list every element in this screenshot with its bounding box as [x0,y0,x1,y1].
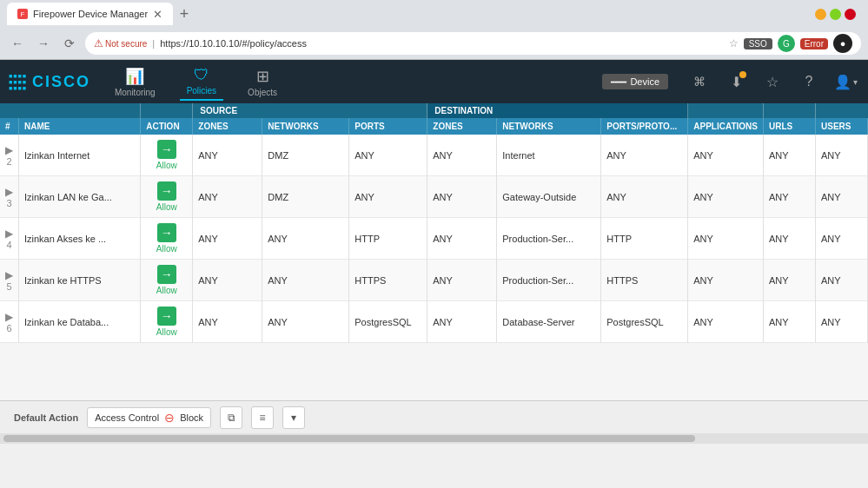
row-name: Izinkan Akses ke ... [19,218,141,260]
src-networks: DMZ [262,135,349,176]
src-zones: ANY [193,260,262,301]
row-action[interactable]: → Allow [141,301,193,343]
default-action-label: Default Action [14,412,78,423]
user-menu-button[interactable]: 👤 ▾ [832,68,859,96]
bookmark-button[interactable]: ☆ [729,37,739,49]
expand-icon[interactable]: ▶ [5,228,13,240]
profile-button[interactable]: ● [833,34,852,53]
horizontal-scrollbar[interactable] [0,433,868,444]
tab-title: Firepower Device Manager [33,9,148,19]
applications: ANY [688,260,764,301]
table-row[interactable]: ▶ 4 Izinkan Akses ke ... → Allow ANY ANY… [0,218,868,260]
nav-right-icons: ⌘ ⬇ ☆ ? 👤 ▾ [686,68,859,96]
table-row[interactable]: ▶ 5 Izinkan ke HTTPS → Allow ANY ANY HTT… [0,260,868,301]
allow-icon: → [157,140,176,159]
new-tab-button[interactable]: + [173,3,195,25]
scrollbar-thumb[interactable] [3,435,695,442]
device-button[interactable]: ━━━ Device [602,74,668,89]
dst-zones: ANY [427,218,497,260]
row-action[interactable]: → Allow [141,176,193,218]
col-src-ports: PORTS [349,118,427,135]
table-row[interactable]: ▶ 2 Izinkan Internet → Allow ANY DMZ ANY… [0,135,868,176]
urls: ANY [764,135,816,176]
dst-ports: HTTPS [601,260,688,301]
nav-objects[interactable]: ⊞ Objects [241,63,284,101]
dst-zones: ANY [427,260,497,301]
action-label: Allow [156,286,177,295]
nav-monitoring[interactable]: 📊 Monitoring [108,63,162,101]
help-button[interactable]: ? [795,68,823,96]
user-avatar: G [778,35,795,52]
expand-icon[interactable]: ▶ [5,186,13,198]
col-group-action [141,103,193,118]
dropdown-button[interactable]: ▾ [282,406,305,429]
policies-icon: 🛡 [194,66,209,84]
col-src-zones: ZONES [193,118,262,135]
error-badge: Error [800,38,828,49]
src-networks: ANY [262,260,349,301]
nav-policies[interactable]: 🛡 Policies [180,63,223,101]
browser-tab[interactable]: F Firepower Device Manager ✕ [7,3,173,25]
col-action: ACTION [141,118,193,135]
row-name: Izinkan ke Databa... [19,301,141,343]
terminal-button[interactable]: ⌘ [686,68,713,96]
dst-networks: Gateway-Outside [497,176,601,218]
applications: ANY [688,176,764,218]
applications: ANY [688,218,764,260]
dst-zones: ANY [427,176,497,218]
applications: ANY [688,135,764,176]
src-ports: ANY [349,176,427,218]
col-applications: APPLICATIONS [688,118,764,135]
expand-icon[interactable]: ▶ [5,269,13,281]
monitoring-icon: 📊 [125,67,144,86]
urls: ANY [764,218,816,260]
dst-ports: ANY [601,135,688,176]
refresh-button[interactable]: ⟳ [59,33,80,54]
row-expand[interactable]: ▶ 6 [0,301,19,343]
row-action[interactable]: → Allow [141,218,193,260]
row-number: 5 [6,281,11,292]
row-expand[interactable]: ▶ 4 [0,218,19,260]
forward-button[interactable]: → [33,33,54,54]
log-button[interactable]: ≡ [251,406,274,429]
table-row[interactable]: ▶ 6 Izinkan ke Databa... → Allow ANY ANY… [0,301,868,343]
action-label: Allow [156,244,177,254]
dst-ports: PostgresSQL [601,301,688,343]
expand-icon[interactable]: ▶ [5,144,13,156]
col-name: NAME [19,118,141,135]
users: ANY [816,260,868,301]
tab-close-button[interactable]: ✕ [153,8,162,21]
row-name: Izinkan LAN ke Ga... [19,176,141,218]
action-label: Allow [156,161,177,170]
col-dst-ports: PORTS/PROTO... [601,118,688,135]
copy-button[interactable]: ⧉ [220,406,242,429]
col-group-apps [688,103,764,118]
row-action[interactable]: → Allow [141,260,193,301]
table-row[interactable]: ▶ 3 Izinkan LAN ke Ga... → Allow ANY DMZ… [0,176,868,218]
cisco-brand-text: CISCO [32,73,90,91]
expand-icon[interactable]: ▶ [5,311,13,323]
src-ports: PostgresSQL [349,301,427,343]
row-expand[interactable]: ▶ 2 [0,135,19,176]
close-button[interactable] [845,9,856,20]
minimize-button[interactable] [815,9,826,20]
url-box[interactable]: ⚠ Not secure | https://10.10.10.10/#/pol… [85,32,861,55]
row-expand[interactable]: ▶ 5 [0,260,19,301]
maximize-button[interactable] [830,9,841,20]
src-zones: ANY [193,218,262,260]
row-action[interactable]: → Allow [141,135,193,176]
sso-badge: SSO [744,38,772,49]
row-name: Izinkan ke HTTPS [19,260,141,301]
row-number: 2 [6,156,11,167]
src-networks: ANY [262,218,349,260]
security-indicator: ⚠ Not secure [94,37,147,49]
col-hash: # [0,118,19,135]
dst-ports: ANY [601,176,688,218]
access-control-badge: Access Control ⊖ Block [87,407,211,428]
row-expand[interactable]: ▶ 3 [0,176,19,218]
back-button[interactable]: ← [7,33,28,54]
star-button[interactable]: ☆ [759,68,786,96]
address-bar: ← → ⟳ ⚠ Not secure | https://10.10.10.10… [0,28,868,59]
download-button[interactable]: ⬇ [722,68,750,96]
urls: ANY [764,176,816,218]
